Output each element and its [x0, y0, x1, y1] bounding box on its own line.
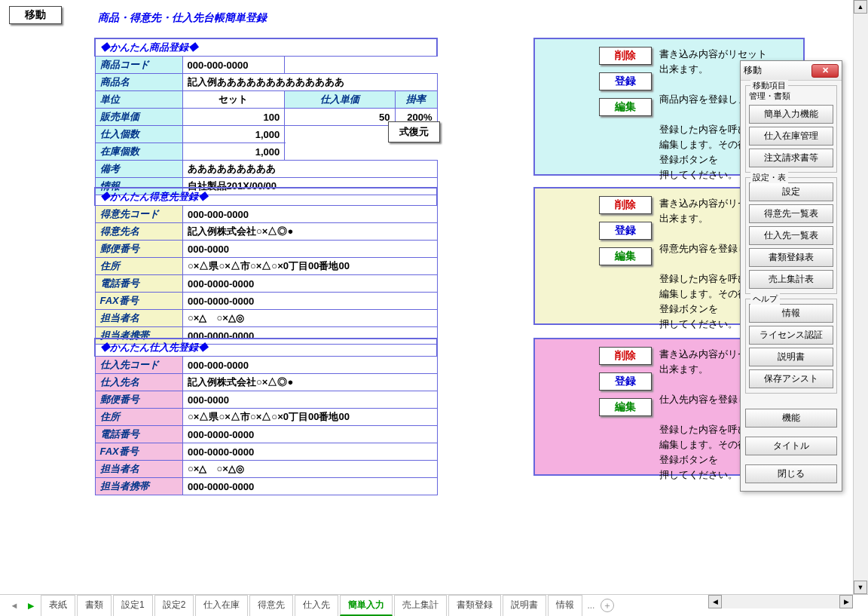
move-window[interactable]: 移動 ✕ 移動項目 管理・書類 簡単入力機能 仕入在庫管理 注文請求書等 設定・… [740, 60, 842, 492]
move-button[interactable]: 移動 [9, 6, 62, 24]
sheet-tab[interactable]: 得意先 [249, 595, 293, 616]
settings-tables-label: 設定・表 [750, 172, 788, 183]
license-auth-button[interactable]: ライセンス認証 [749, 326, 833, 345]
supplier-zip-value[interactable]: 000-0000 [183, 391, 438, 409]
sheet-tab[interactable]: 簡単入力 [340, 595, 393, 616]
product-register-button[interactable]: 登録 [599, 72, 652, 90]
tab-nav-first-icon[interactable]: ◄ [6, 598, 23, 613]
move-window-titlebar[interactable]: 移動 ✕ [741, 61, 842, 81]
product-table: ◆かんたん商品登録◆ 商品コード000-000-0000 商品名記入例あああああ… [94, 38, 438, 195]
customer-tel-label: 電話番号 [95, 275, 183, 293]
scroll-down-icon[interactable]: ▼ [854, 581, 867, 594]
supplier-fax-label: FAX番号 [95, 443, 183, 461]
customer-edit-button[interactable]: 編集 [599, 247, 652, 265]
customer-table: ◆かんたん得意先登録◆ 得意先コード000-000-0000 得意先名記入例株式… [94, 187, 438, 345]
supplier-name-value[interactable]: 記入例株式会社○×△◎● [183, 374, 438, 391]
help-group: ヘルプ 情報 ライセンス認証 説明書 保存アシスト [745, 299, 837, 394]
purchase-price-value[interactable]: 50 [285, 109, 395, 126]
customer-list-button[interactable]: 得意先一覧表 [749, 204, 833, 223]
unit-label: 単位 [95, 91, 182, 109]
supplier-tel-value[interactable]: 000-0000-0000 [183, 426, 438, 443]
product-name-label: 商品名 [95, 74, 182, 91]
order-invoice-button[interactable]: 注文請求書等 [749, 149, 833, 167]
supplier-list-button[interactable]: 仕入先一覧表 [749, 226, 833, 245]
purchase-qty-label: 仕入個数 [95, 126, 182, 143]
sheet-tab[interactable]: 書類登録 [448, 595, 501, 616]
horizontal-scrollbar[interactable]: ◀ ▶ [708, 595, 853, 608]
customer-person-value[interactable]: ○×△ ○×△◎ [183, 310, 438, 327]
move-items-label: 移動項目 [750, 80, 788, 91]
tabs-more[interactable]: ... [587, 600, 594, 611]
customer-tel-value[interactable]: 000-0000-0000 [183, 275, 438, 293]
supplier-zip-label: 郵便番号 [95, 391, 183, 409]
sheet-tab[interactable]: 表紙 [41, 595, 75, 616]
sheet-tab[interactable]: 情報 [548, 595, 582, 616]
sheet-tab[interactable]: 仕入先 [295, 595, 338, 616]
supplier-addr-value[interactable]: ○×△県○×△市○×△○×0丁目00番地00 [183, 409, 438, 426]
stock-qty-label: 在庫個数 [95, 143, 182, 161]
function-button[interactable]: 機能 [745, 409, 837, 428]
sheet-tab[interactable]: 売上集計 [394, 595, 447, 616]
customer-delete-button[interactable]: 削除 [599, 196, 652, 214]
stock-qty-value[interactable]: 1,000 [182, 143, 285, 161]
note-label: 備考 [95, 161, 182, 178]
product-code-value[interactable]: 000-000-0000 [182, 57, 285, 74]
supplier-mobile-value[interactable]: 000-0000-0000 [183, 478, 438, 495]
supplier-person-label: 担当者名 [95, 461, 183, 478]
info-button[interactable]: 情報 [749, 304, 833, 323]
unit-value[interactable]: セット [182, 91, 285, 109]
customer-name-label: 得意先名 [95, 223, 183, 241]
supplier-person-value[interactable]: ○×△ ○×△◎ [183, 461, 438, 478]
purchase-stock-manage-button[interactable]: 仕入在庫管理 [749, 127, 833, 146]
manage-doc-sublabel: 管理・書類 [749, 90, 833, 102]
sheet-tabs: ◄ ▶ 表紙書類設定1設定2仕入在庫得意先仕入先簡単入力売上集計書類登録説明書情… [0, 594, 868, 616]
vertical-scrollbar[interactable]: ▲ ▼ [853, 0, 868, 594]
customer-addr-value[interactable]: ○×△県○×△市○×△○×0丁目00番地00 [183, 258, 438, 275]
customer-fax-label: FAX番号 [95, 293, 183, 310]
scroll-right-icon[interactable]: ▶ [839, 595, 853, 608]
note-value[interactable]: あああああああああ [182, 161, 437, 178]
sheet-tab[interactable]: 設定2 [154, 595, 194, 616]
customer-register-button[interactable]: 登録 [599, 222, 652, 240]
save-assist-button[interactable]: 保存アシスト [749, 369, 833, 388]
customer-header: ◆かんたん得意先登録◆ [95, 188, 437, 206]
move-window-title: 移動 [744, 64, 762, 77]
sheet-tab[interactable]: 設定1 [113, 595, 153, 616]
supplier-name-label: 仕入先名 [95, 374, 183, 391]
settings-button[interactable]: 設定 [749, 182, 833, 201]
doc-register-table-button[interactable]: 書類登録表 [749, 248, 833, 267]
rate-label: 掛率 [395, 91, 437, 109]
customer-name-value[interactable]: 記入例株式会社○×△◎● [183, 223, 438, 241]
supplier-fax-value[interactable]: 000-0000-0000 [183, 443, 438, 461]
close-icon[interactable]: ✕ [811, 64, 839, 78]
scroll-up-icon[interactable]: ▲ [854, 0, 867, 14]
sheet-tab[interactable]: 説明書 [503, 595, 546, 616]
supplier-tel-label: 電話番号 [95, 426, 183, 443]
supplier-code-value[interactable]: 000-000-0000 [183, 357, 438, 374]
close-button[interactable]: 閉じる [745, 464, 837, 483]
customer-fax-value[interactable]: 000-0000-0000 [183, 293, 438, 310]
manual-button[interactable]: 説明書 [749, 348, 833, 366]
supplier-mobile-label: 担当者携帯 [95, 478, 183, 495]
settings-tables-group: 設定・表 設定 得意先一覧表 仕入先一覧表 書類登録表 売上集計表 [745, 177, 837, 294]
restore-formula-button[interactable]: 式復元 [388, 121, 440, 143]
product-edit-button[interactable]: 編集 [599, 98, 652, 116]
purchase-qty-value[interactable]: 1,000 [182, 126, 285, 143]
sell-price-value[interactable]: 100 [182, 109, 285, 126]
title-button[interactable]: タイトル [745, 437, 837, 455]
easy-input-func-button[interactable]: 簡単入力機能 [749, 105, 833, 124]
supplier-register-button[interactable]: 登録 [599, 372, 652, 391]
product-delete-button[interactable]: 削除 [599, 47, 652, 65]
tab-nav-prev-icon[interactable]: ▶ [23, 598, 39, 613]
supplier-edit-button[interactable]: 編集 [599, 398, 652, 416]
product-name-value[interactable]: 記入例あああああああああああああ [182, 74, 437, 91]
sheet-tab[interactable]: 書類 [77, 595, 112, 616]
sheet-tab[interactable]: 仕入在庫 [195, 595, 248, 616]
supplier-delete-button[interactable]: 削除 [599, 347, 652, 365]
scroll-left-icon[interactable]: ◀ [708, 595, 722, 608]
sell-price-label: 販売単価 [95, 109, 182, 126]
sales-summary-button[interactable]: 売上集計表 [749, 270, 833, 289]
add-sheet-icon[interactable]: ＋ [601, 599, 614, 612]
customer-code-value[interactable]: 000-000-0000 [183, 206, 438, 223]
customer-zip-value[interactable]: 000-0000 [183, 241, 438, 258]
